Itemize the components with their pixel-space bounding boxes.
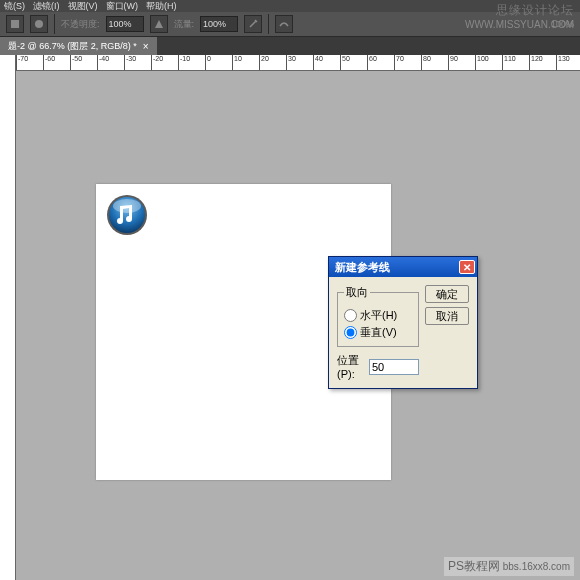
opacity-input[interactable]: [106, 16, 144, 32]
fieldset-legend: 取向: [344, 285, 370, 300]
watermark-bottom: PS教程网 bbs.16xx8.com: [444, 557, 574, 576]
opacity-label: 不透明度:: [61, 18, 100, 31]
ruler-tick: -60: [43, 55, 55, 70]
document-tab[interactable]: 题-2 @ 66.7% (图层 2, RGB/8) * ×: [0, 37, 157, 55]
ruler-tick: -30: [124, 55, 136, 70]
close-tab-icon[interactable]: ×: [143, 41, 149, 52]
watermark-top: 思缘设计论坛 WWW.MISSYUAN.COM: [465, 2, 574, 30]
ruler-tick: 10: [232, 55, 242, 70]
flow-input[interactable]: [200, 16, 238, 32]
brush-preset-icon[interactable]: [30, 15, 48, 33]
ruler-tick: 50: [340, 55, 350, 70]
orientation-fieldset: 取向 水平(H) 垂直(V): [337, 285, 419, 347]
divider: [54, 14, 55, 34]
canvas-area: [16, 71, 580, 580]
flow-label: 流量:: [174, 18, 195, 31]
new-guide-dialog: 新建参考线 ✕ 取向 水平(H) 垂直(V) 位置(P): 确定: [328, 256, 478, 389]
airbrush-icon[interactable]: [244, 15, 262, 33]
cancel-button[interactable]: 取消: [425, 307, 469, 325]
ruler-tick: 100: [475, 55, 489, 70]
radio-horizontal-input[interactable]: [344, 309, 357, 322]
menu-item[interactable]: 帮助(H): [146, 0, 177, 13]
document-tabs: 题-2 @ 66.7% (图层 2, RGB/8) * ×: [0, 37, 580, 55]
menu-item[interactable]: 视图(V): [68, 0, 98, 13]
tablet-pressure-icon[interactable]: [275, 15, 293, 33]
ruler-tick: 20: [259, 55, 269, 70]
menu-item[interactable]: 滤镜(I): [33, 0, 60, 13]
ruler-tick: 120: [529, 55, 543, 70]
radio-horizontal[interactable]: 水平(H): [344, 308, 412, 323]
ruler-tick: -40: [97, 55, 109, 70]
ruler-tick: 110: [502, 55, 516, 70]
radio-vertical[interactable]: 垂直(V): [344, 325, 412, 340]
close-icon[interactable]: ✕: [459, 260, 475, 274]
position-input[interactable]: [369, 359, 419, 375]
ruler-tick: 0: [205, 55, 211, 70]
dialog-titlebar[interactable]: 新建参考线 ✕: [329, 257, 477, 277]
ruler-tick: -70: [16, 55, 28, 70]
pressure-opacity-icon[interactable]: [150, 15, 168, 33]
ok-button[interactable]: 确定: [425, 285, 469, 303]
tool-preset-icon[interactable]: [6, 15, 24, 33]
ruler-tick: 90: [448, 55, 458, 70]
svg-rect-0: [11, 20, 19, 28]
divider: [268, 14, 269, 34]
ruler-tick: 70: [394, 55, 404, 70]
horizontal-ruler: -70-60-50-40-30-20-100102030405060708090…: [16, 55, 580, 71]
ruler-tick: -10: [178, 55, 190, 70]
position-label: 位置(P):: [337, 353, 365, 380]
document-title: 题-2 @ 66.7% (图层 2, RGB/8) *: [8, 40, 137, 53]
itunes-icon: [106, 194, 148, 236]
ruler-tick: 80: [421, 55, 431, 70]
dialog-title-text: 新建参考线: [335, 260, 390, 275]
radio-vertical-input[interactable]: [344, 326, 357, 339]
vertical-ruler: [0, 55, 16, 580]
ruler-tick: 40: [313, 55, 323, 70]
ruler-tick: 30: [286, 55, 296, 70]
menu-item[interactable]: 镜(S): [4, 0, 25, 13]
menu-item[interactable]: 窗口(W): [106, 0, 139, 13]
svg-point-1: [35, 20, 43, 28]
ruler-tick: -20: [151, 55, 163, 70]
ruler-tick: 60: [367, 55, 377, 70]
ruler-tick: 130: [556, 55, 570, 70]
ruler-tick: -50: [70, 55, 82, 70]
